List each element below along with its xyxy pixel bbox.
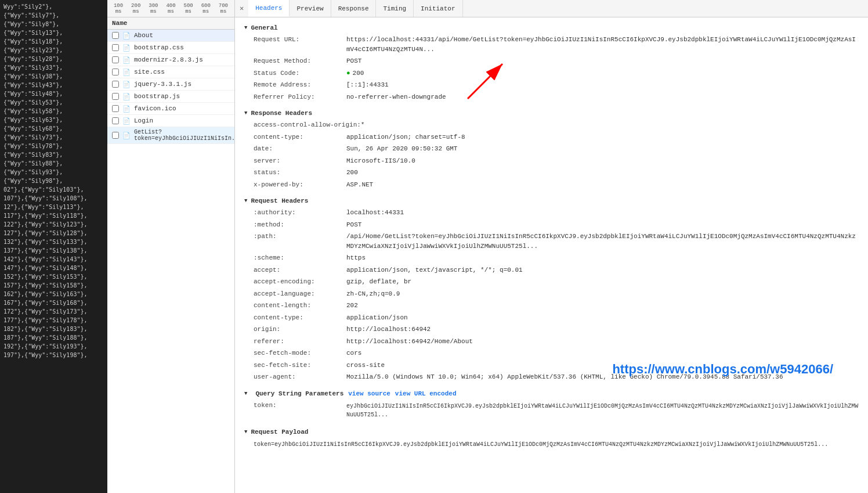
file-item-getlist[interactable]: 📄 GetList?token=eyJhbGciOiJIUzI1NiIsIn..… xyxy=(107,127,234,144)
remote-address-label: Remote Address: xyxy=(254,80,346,90)
tab-preview[interactable]: Preview xyxy=(290,0,331,17)
tab-headers[interactable]: Headers xyxy=(248,0,290,17)
file-item-jquery[interactable]: 📄 jquery-3.3.1.js xyxy=(107,78,234,91)
req-header-scheme: :scheme: https xyxy=(254,252,859,264)
file-icon-getlist: 📄 xyxy=(122,131,131,139)
view-source-link[interactable]: view source xyxy=(348,390,390,397)
tick-600ms: 600 ms xyxy=(197,3,215,15)
query-token-row: token: eyJhbGciOiJIUzI1NiIsInR5cCI6IkpXV… xyxy=(254,400,859,422)
req-header-al-value: zh-CN,zh;q=0.9 xyxy=(346,289,859,299)
req-header-origin-label: origin: xyxy=(254,325,346,334)
timeline-ticks: 100 ms 200 ms 300 ms 400 ms 500 ms 600 m… xyxy=(110,3,232,15)
tab-timing[interactable]: Timing xyxy=(376,0,414,17)
resp-header-xpb: x-powered-by: ASP.NET xyxy=(254,179,859,191)
resp-header-acao-label: access-control-allow-origin: xyxy=(254,120,361,130)
resp-header-date-label: date: xyxy=(254,144,346,154)
req-header-ct-value: application/json xyxy=(346,313,859,323)
request-method-label: Request Method: xyxy=(254,56,346,66)
tab-bar: ✕ Headers Preview Response Timing Initia… xyxy=(235,0,868,17)
file-list-panel: 100 ms 200 ms 300 ms 400 ms 500 ms 600 m… xyxy=(107,0,235,493)
query-string-section-header[interactable]: ▼ Query String Parameters view source vi… xyxy=(244,388,859,400)
file-checkbox-bootstrap-js[interactable] xyxy=(112,93,119,100)
status-green-dot: ● xyxy=(346,70,350,77)
req-header-ua: user-agent: Mozilla/5.0 (Windows NT 10.0… xyxy=(254,371,859,383)
file-item-label-getlist: GetList?token=eyJhbGciOiJIUzI1NiIsIn... xyxy=(134,129,234,142)
query-token-value: eyJhbGciOiJIUzI1NiIsInR5cCI6IkpXVCJ9.eyJ… xyxy=(346,401,859,420)
file-item-bootstrap-css[interactable]: 📄 bootstrap.css xyxy=(107,42,234,54)
request-method-row: Request Method: POST xyxy=(254,55,859,67)
referrer-policy-value: no-referrer-when-downgrade xyxy=(346,92,859,102)
details-panel: ✕ Headers Preview Response Timing Initia… xyxy=(235,0,868,493)
req-header-referer-value: http://localhost:64942/Home/About xyxy=(346,337,859,347)
referrer-policy-row: Referrer Policy: no-referrer-when-downgr… xyxy=(254,91,859,103)
details-content: ▼ General Request URL: https://localhost… xyxy=(235,17,868,493)
req-header-al-label: accept-language: xyxy=(254,289,346,299)
req-header-path: :path: /api/Home/GetList?token=eyJhbGciO… xyxy=(254,231,859,252)
view-url-encoded-link[interactable]: view URL encoded xyxy=(395,390,457,397)
file-checkbox-about[interactable] xyxy=(112,32,119,39)
file-item-login[interactable]: 📄 Login xyxy=(107,115,234,127)
req-header-ua-value: Mozilla/5.0 (Windows NT 10.0; Win64; x64… xyxy=(346,372,859,382)
req-header-cl-label: content-length: xyxy=(254,301,346,311)
resp-header-acao: access-control-allow-origin: * xyxy=(254,119,859,131)
request-headers-section-header[interactable]: ▼ Request Headers xyxy=(244,195,859,207)
resp-header-xpb-value: ASP.NET xyxy=(346,180,859,190)
tab-close-button[interactable]: ✕ xyxy=(235,2,248,15)
file-checkbox-site-css[interactable] xyxy=(112,69,119,75)
file-checkbox-login[interactable] xyxy=(112,117,119,124)
file-item-modernizr[interactable]: 📄 modernizr-2.8.3.js xyxy=(107,54,234,66)
req-header-accept-label: accept: xyxy=(254,265,346,275)
file-checkbox-favicon[interactable] xyxy=(112,105,119,112)
tab-response[interactable]: Response xyxy=(331,0,377,17)
resp-header-server-value: Microsoft-IIS/10.0 xyxy=(346,156,859,166)
file-item-label-site-css: site.css xyxy=(134,69,165,75)
file-checkbox-getlist[interactable] xyxy=(112,132,119,139)
req-header-content-type: content-type: application/json xyxy=(254,312,859,324)
file-icon-login: 📄 xyxy=(122,117,131,125)
req-header-authority-label: :authority: xyxy=(254,208,346,218)
tab-initiator[interactable]: Initiator xyxy=(414,0,462,17)
column-name-header: Name xyxy=(107,17,234,30)
resp-header-ct: content-type: application/json; charset=… xyxy=(254,131,859,143)
req-header-accept-value: application/json, text/javascript, */*; … xyxy=(346,265,859,275)
request-url-label: Request URL: xyxy=(254,35,346,54)
status-code-label: Status Code: xyxy=(254,69,346,78)
file-item-favicon[interactable]: 📄 favicon.ico xyxy=(107,103,234,115)
payload-value: token=eyJhbGciOiJIUzI1NiIsInR5cCI6IkpXVC… xyxy=(254,439,859,450)
req-header-ua-label: user-agent: xyxy=(254,372,346,382)
file-item-label-about: About xyxy=(134,32,153,39)
query-triangle-icon: ▼ xyxy=(244,391,247,397)
file-item-label-jquery: jquery-3.3.1.js xyxy=(134,81,191,88)
file-item-label-favicon: favicon.ico xyxy=(134,105,176,112)
general-triangle-icon: ▼ xyxy=(244,25,247,31)
response-headers-section-header[interactable]: ▼ Response Headers xyxy=(244,107,859,119)
general-section-body: Request URL: https://localhost:44331/api… xyxy=(244,34,859,103)
resp-header-status-label: status: xyxy=(254,168,346,178)
general-section-header[interactable]: ▼ General xyxy=(244,22,859,34)
req-header-referer-label: referer: xyxy=(254,337,346,347)
file-checkbox-jquery[interactable] xyxy=(112,81,119,88)
file-checkbox-modernizr[interactable] xyxy=(112,56,119,63)
response-headers-section-body: access-control-allow-origin: * content-t… xyxy=(244,119,859,190)
tick-700ms: 700 ms xyxy=(215,3,232,15)
file-item-about[interactable]: 📄 About xyxy=(107,30,234,42)
req-header-cl-value: 202 xyxy=(346,301,859,311)
req-header-method-value: POST xyxy=(346,220,859,230)
request-payload-section: ▼ Request Payload token=eyJhbGciOiJIUzI1… xyxy=(244,426,859,451)
resp-header-xpb-label: x-powered-by: xyxy=(254,180,346,190)
resp-header-status-value: 200 xyxy=(346,168,859,178)
req-header-authority-value: localhost:44331 xyxy=(346,208,859,218)
file-item-label-bootstrap-css: bootstrap.css xyxy=(134,44,184,51)
request-payload-section-header[interactable]: ▼ Request Payload xyxy=(244,426,859,438)
req-header-path-label: :path: xyxy=(254,232,346,251)
file-item-site-css[interactable]: 📄 site.css xyxy=(107,66,234,78)
file-item-bootstrap-js[interactable]: 📄 bootstrap.js xyxy=(107,91,234,103)
remote-address-row: Remote Address: [::1]:44331 xyxy=(254,79,859,91)
file-checkbox-bootstrap-css[interactable] xyxy=(112,44,119,51)
resp-header-ct-value: application/json; charset=utf-8 xyxy=(346,132,859,142)
tick-100ms: 100 ms xyxy=(110,3,127,15)
resp-header-status: status: 200 xyxy=(254,167,859,179)
req-header-scheme-value: https xyxy=(346,253,859,263)
file-list[interactable]: 📄 About 📄 bootstrap.css 📄 modernizr-2.8.… xyxy=(107,30,234,493)
tick-500ms: 500 ms xyxy=(180,3,197,15)
